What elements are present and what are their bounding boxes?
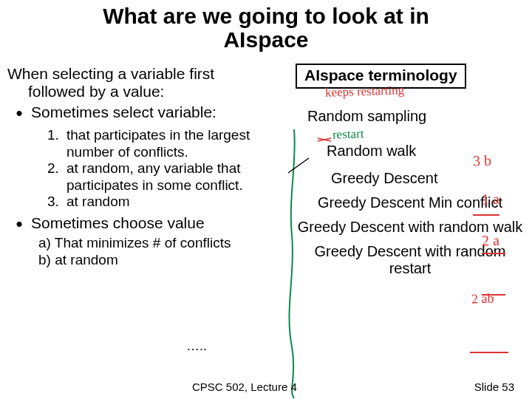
title-line-2: AIspace xyxy=(223,27,308,52)
bullet-1: • Sometimes select variable: xyxy=(7,103,288,123)
num-3-text: at random xyxy=(66,194,130,210)
bullet-1-text: Sometimes select variable: xyxy=(31,103,288,121)
hand-note-2a: 2 a xyxy=(482,232,500,250)
sub-item-b: b) at random xyxy=(38,252,288,268)
sub-item-a: a) That minimizes # of conflicts xyxy=(38,235,288,251)
hand-note-restart: restart xyxy=(332,126,364,142)
bullet-2: • Sometimes choose value xyxy=(7,214,288,233)
footer-lecture: CPSC 502, Lecture 4 xyxy=(192,381,297,393)
intro-line-1: When selecting a variable first xyxy=(7,65,288,83)
hand-note-3b: 3 b xyxy=(473,152,492,170)
intro-line-2: followed by a value: xyxy=(7,83,288,100)
bullet-dot-icon: • xyxy=(7,103,31,123)
numbered-list-1: 1.that participates in the largest numbe… xyxy=(47,127,288,210)
main-content: When selecting a variable first followed… xyxy=(7,65,288,268)
hand-note-keeps-restarting: keeps restarting xyxy=(325,83,405,100)
term-random-walk: Random walk xyxy=(327,143,525,160)
term-greedy-descent: Greedy Descent xyxy=(331,170,525,187)
slide-title: What are we going to look at in AIspace xyxy=(0,4,532,51)
num-item-2: 2.at random, any variable that participa… xyxy=(47,160,288,194)
num-item-1: 1.that participates in the largest numbe… xyxy=(47,127,288,160)
num-2-text: at random, any variable that participate… xyxy=(66,160,288,194)
hand-note-1a: 1 a xyxy=(482,191,500,208)
sub-list: a) That minimizes # of conflicts b) at r… xyxy=(38,235,288,268)
title-line-1: What are we going to look at in xyxy=(103,4,429,28)
footer-slide-number: Slide 53 xyxy=(474,381,514,393)
sub-b-text: at random xyxy=(55,252,118,267)
hand-note-2ab: 2 ab xyxy=(471,290,494,307)
sub-a-text: That minimizes # of conflicts xyxy=(55,235,231,250)
bullet-dot-icon: • xyxy=(7,214,31,233)
ellipsis-text: ….. xyxy=(186,338,207,354)
term-random-sampling: Random sampling xyxy=(307,108,525,125)
num-item-3: 3.at random xyxy=(47,194,288,210)
bullet-2-text: Sometimes choose value xyxy=(31,214,288,232)
num-1-text: that participates in the largest number … xyxy=(66,127,288,160)
